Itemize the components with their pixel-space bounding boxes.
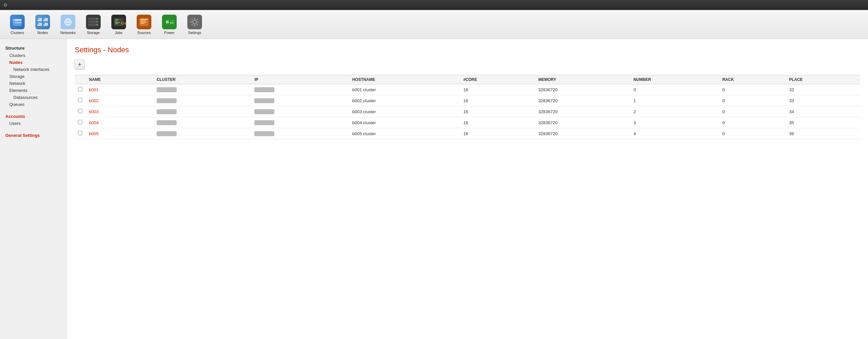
svg-point-11 bbox=[43, 18, 45, 20]
storage-icon-box bbox=[85, 14, 101, 30]
node-rack: 0 bbox=[719, 128, 786, 139]
svg-rect-28 bbox=[115, 19, 119, 20]
node-name-link[interactable]: b004 bbox=[89, 120, 99, 125]
col-header-rack: RACK bbox=[719, 75, 786, 84]
toolbar-item-jobs[interactable]: 45W Jobs bbox=[107, 13, 131, 36]
jobs-icon: 45W bbox=[111, 15, 126, 29]
table-row: b005■■■■■■■■■■■■■b005.cluster16328367204… bbox=[75, 128, 860, 139]
sidebar-item-queues[interactable]: Queues bbox=[5, 101, 66, 108]
row-checkbox[interactable] bbox=[78, 98, 82, 102]
sidebar-item-users[interactable]: Users bbox=[5, 120, 66, 127]
sidebar-item-accounts[interactable]: Accounts bbox=[5, 113, 66, 120]
settings-label: Settings bbox=[188, 31, 202, 35]
node-place: 32 bbox=[786, 84, 860, 95]
clusters-label: Clusters bbox=[11, 31, 24, 35]
jobs-label: Jobs bbox=[115, 31, 122, 35]
nodes-icon bbox=[35, 15, 50, 29]
power-icon bbox=[162, 15, 177, 29]
sidebar-item-clusters[interactable]: Clusters bbox=[5, 52, 66, 59]
node-memory: 32836720 bbox=[535, 95, 630, 106]
node-place: 35 bbox=[786, 117, 860, 128]
top-bar: ⚙ bbox=[0, 0, 868, 10]
sidebar-item-network-interfaces[interactable]: Network Interfaces bbox=[5, 66, 66, 73]
toolbar-item-networks[interactable]: Networks bbox=[56, 13, 80, 36]
node-cluster: ■■■■■■ bbox=[157, 109, 177, 114]
svg-rect-38 bbox=[140, 23, 144, 24]
nodes-icon-box bbox=[35, 14, 51, 30]
toolbar-item-sources[interactable]: Sources bbox=[132, 13, 156, 36]
node-core: 16 bbox=[460, 84, 535, 95]
svg-rect-4 bbox=[14, 22, 15, 23]
svg-point-24 bbox=[96, 21, 98, 22]
toolbar-item-nodes[interactable]: Nodes bbox=[31, 13, 55, 36]
svg-rect-3 bbox=[14, 20, 15, 20]
svg-point-13 bbox=[43, 23, 45, 24]
networks-icon bbox=[61, 15, 75, 29]
settings-icon bbox=[187, 15, 202, 29]
nodes-label: Nodes bbox=[37, 31, 48, 35]
structure-section-label: Structure bbox=[5, 46, 66, 50]
node-number: 3 bbox=[630, 117, 719, 128]
toolbar-item-settings[interactable]: Settings bbox=[183, 13, 207, 36]
toolbar-item-clusters[interactable]: Clusters bbox=[5, 13, 29, 36]
row-checkbox[interactable] bbox=[78, 131, 82, 135]
node-ip: ■■■■■■■ bbox=[254, 120, 274, 125]
node-name-link[interactable]: b001 bbox=[89, 87, 99, 92]
node-ip: ■■■■■■■ bbox=[254, 87, 274, 92]
main-area: Structure Clusters Nodes Network Interfa… bbox=[0, 39, 868, 339]
sidebar-item-nodes[interactable]: Nodes bbox=[5, 59, 66, 66]
row-checkbox[interactable] bbox=[78, 109, 82, 113]
sidebar-item-general-settings[interactable]: General Settings bbox=[5, 132, 66, 139]
table-row: b001■■■■■■■■■■■■■b001.cluster16328367200… bbox=[75, 84, 860, 95]
toolbar: Clusters Nodes bbox=[0, 10, 868, 39]
svg-rect-36 bbox=[140, 21, 146, 21]
toolbar-item-power[interactable]: Power bbox=[157, 13, 181, 36]
svg-rect-50 bbox=[197, 21, 199, 23]
node-place: 36 bbox=[786, 128, 860, 139]
row-checkbox[interactable] bbox=[78, 87, 82, 91]
node-rack: 0 bbox=[719, 95, 786, 106]
svg-point-23 bbox=[96, 18, 98, 19]
node-rack: 0 bbox=[719, 106, 786, 117]
col-header-place: PLACE bbox=[786, 75, 860, 84]
node-cluster: ■■■■■■ bbox=[157, 98, 177, 103]
node-hostname: b004.cluster bbox=[349, 117, 460, 128]
col-header-hostname: HOSTNAME bbox=[349, 75, 460, 84]
sidebar-item-network[interactable]: Network bbox=[5, 80, 66, 87]
svg-rect-48 bbox=[194, 25, 195, 26]
svg-point-10 bbox=[37, 18, 39, 20]
svg-rect-37 bbox=[140, 22, 146, 23]
node-name-link[interactable]: b003 bbox=[89, 109, 99, 114]
nodes-table: NAME CLUSTER IP HOSTNAME #CORE MEMORY NU… bbox=[75, 75, 860, 139]
node-name-link[interactable]: b002 bbox=[89, 98, 99, 103]
power-label: Power bbox=[164, 31, 174, 35]
node-hostname: b001.cluster bbox=[349, 84, 460, 95]
add-node-button[interactable]: + bbox=[75, 60, 85, 70]
col-header-core: #CORE bbox=[460, 75, 535, 84]
node-cluster: ■■■■■■ bbox=[157, 120, 177, 125]
svg-rect-35 bbox=[140, 19, 148, 20]
node-name-link[interactable]: b005 bbox=[89, 131, 99, 136]
table-row: b003■■■■■■■■■■■■■b003.cluster16328367202… bbox=[75, 106, 860, 117]
sources-icon-box bbox=[136, 14, 152, 30]
svg-text:45W: 45W bbox=[121, 22, 126, 25]
gear-icon: ⚙ bbox=[3, 2, 8, 8]
sidebar-item-storage[interactable]: Storage bbox=[5, 73, 66, 80]
svg-rect-43 bbox=[170, 22, 174, 24]
content-area: Settings - Nodes + NAME CLUSTER IP HOSTN… bbox=[67, 39, 868, 339]
networks-icon-box bbox=[60, 14, 76, 30]
node-hostname: b005.cluster bbox=[349, 128, 460, 139]
sidebar-item-elements[interactable]: Elements bbox=[5, 87, 66, 94]
storage-icon bbox=[86, 15, 101, 29]
page-title: Settings - Nodes bbox=[75, 46, 860, 54]
node-cluster: ■■■■■■ bbox=[157, 87, 177, 92]
sidebar-item-datasources[interactable]: Datasources bbox=[5, 94, 66, 101]
toolbar-item-storage[interactable]: Storage bbox=[81, 13, 105, 36]
node-ip: ■■■■■■■ bbox=[254, 109, 274, 114]
table-row: b004■■■■■■■■■■■■■b004.cluster16328367203… bbox=[75, 117, 860, 128]
svg-rect-47 bbox=[194, 18, 195, 19]
node-number: 0 bbox=[630, 84, 719, 95]
svg-rect-31 bbox=[115, 23, 118, 24]
row-checkbox[interactable] bbox=[78, 120, 82, 124]
node-number: 1 bbox=[630, 95, 719, 106]
